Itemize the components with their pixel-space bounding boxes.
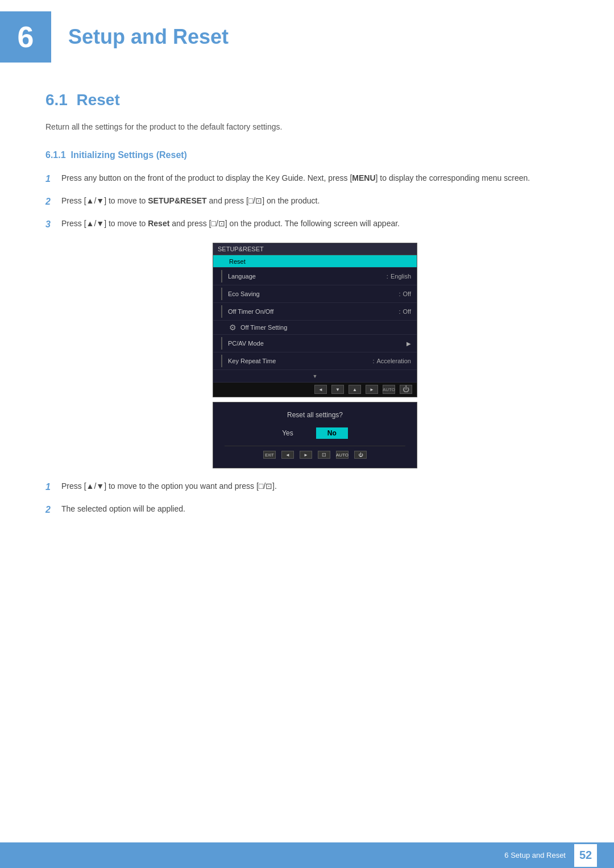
osd-row-off-timer-setting: ⚙ Off Timer Setting [213, 321, 417, 335]
osd-value-key-repeat: Acceleration [376, 358, 411, 364]
menu-screenshot-area: SETUP&RESET Reset Language : English Eco… [61, 243, 569, 468]
step-5-text: The selected option will be applied. [61, 502, 569, 515]
nav-auto-btn: AUTO [383, 385, 395, 394]
step-1-text: Press any button on the front of the pro… [61, 172, 569, 184]
nav-auto-group: AUTO [383, 385, 395, 394]
step-4-text: Press [▲/▼] to move to the option you wa… [61, 480, 569, 492]
reset-dialog-buttons: Yes No [225, 427, 405, 439]
footer-page-number: 52 [574, 844, 597, 867]
nav-left-group: ◄ [314, 385, 327, 394]
page-header: 6 Setup and Reset [0, 0, 614, 74]
dialog-left-item: ◄ [281, 451, 294, 459]
steps-4-5-area: Press [▲/▼] to move to the option you wa… [45, 480, 569, 517]
chapter-title: Setup and Reset [68, 25, 229, 49]
osd-label-language: Language [228, 273, 384, 280]
osd-more-indicator: ▼ [213, 370, 417, 383]
power-btn: ⏻ [400, 385, 412, 394]
dialog-left-btn: ◄ [281, 451, 294, 459]
osd-title-bar: SETUP&RESET [213, 243, 417, 255]
steps-list-4-5: Press [▲/▼] to move to the option you wa… [45, 480, 569, 517]
subsection-title: 6.1.1 Initializing Settings (Reset) [45, 150, 569, 160]
osd-label-eco-saving: Eco Saving [228, 290, 396, 297]
arrow-right-icon: ▶ [406, 340, 411, 347]
osd-label-key-repeat: Key Repeat Time [228, 358, 370, 364]
nav-right-btn: ► [366, 385, 378, 394]
osd-menu: SETUP&RESET Reset Language : English Eco… [213, 243, 417, 397]
osd-row-reset: Reset [213, 255, 417, 268]
osd-label-off-timer-onoff: Off Timer On/Off [228, 308, 396, 315]
osd-value-language: English [391, 273, 411, 280]
menu-key-label: MENU [352, 173, 375, 182]
step-3-text: Press [▲/▼] to move to Reset and press [… [61, 217, 569, 230]
main-content: 6.1 Reset Return all the settings for th… [0, 91, 614, 574]
setup-reset-key: SETUP&RESET [148, 196, 206, 205]
section-description: Return all the settings for the product … [45, 121, 569, 133]
osd-value-off-timer-onoff: Off [403, 308, 411, 315]
dialog-power-item: ⏻ [354, 451, 367, 459]
nav-up-btn: ▲ [349, 385, 361, 394]
nav-right-group: ► [366, 385, 378, 394]
chapter-number: 6 [18, 22, 34, 52]
nav-down-btn: ▼ [331, 385, 344, 394]
osd-value-eco-saving: Off [403, 290, 411, 297]
gear-icon: ⚙ [228, 323, 237, 332]
osd-label-pcav-mode: PC/AV Mode [228, 340, 404, 347]
osd-label-reset: Reset [229, 258, 411, 265]
menu-container: SETUP&RESET Reset Language : English Eco… [213, 243, 417, 468]
osd-row-language: Language : English [213, 268, 417, 285]
step-item: Press any button on the front of the pro… [45, 172, 569, 186]
osd-row-pcav-mode: PC/AV Mode ▶ [213, 335, 417, 352]
dialog-exit-item: EXIT [263, 451, 276, 459]
nav-down-group: ▼ [331, 385, 344, 394]
chapter-number-box: 6 [0, 11, 51, 63]
osd-row-eco-saving: Eco Saving : Off [213, 285, 417, 303]
dialog-power-btn: ⏻ [354, 451, 367, 459]
reset-dialog-prompt: Reset all settings? [225, 411, 405, 419]
dialog-enter-item: ⊡ [318, 451, 330, 459]
osd-row-off-timer-onoff: Off Timer On/Off : Off [213, 303, 417, 321]
step-item: Press [▲/▼] to move to Reset and press [… [45, 217, 569, 232]
nav-power-group: ⏻ [400, 385, 412, 394]
yes-button: Yes [282, 429, 293, 437]
step-4-item: Press [▲/▼] to move to the option you wa… [45, 480, 569, 495]
dialog-auto-btn: AUTO [336, 451, 349, 459]
dialog-enter-btn: ⊡ [318, 451, 330, 459]
osd-bottom-nav: ◄ ▼ ▲ ► AUTO [213, 383, 417, 397]
page-footer: 6 Setup and Reset 52 [0, 842, 614, 868]
step-item: Press [▲/▼] to move to SETUP&RESET and p… [45, 194, 569, 209]
reset-dialog: Reset all settings? Yes No EXIT ◄ ► [213, 402, 417, 468]
reset-key: Reset [148, 219, 169, 228]
osd-row-key-repeat: Key Repeat Time : Acceleration [213, 352, 417, 370]
nav-left-btn: ◄ [314, 385, 327, 394]
dialog-right-btn: ► [300, 451, 312, 459]
step-2-text: Press [▲/▼] to move to SETUP&RESET and p… [61, 194, 569, 207]
step-5-item: The selected option will be applied. [45, 502, 569, 517]
dialog-bottom-bar: EXIT ◄ ► ⊡ A [225, 446, 405, 459]
osd-label-off-timer-setting: Off Timer Setting [240, 324, 411, 331]
no-button: No [316, 427, 348, 439]
dialog-auto-item: AUTO [336, 451, 349, 459]
dialog-right-item: ► [300, 451, 312, 459]
section-title: 6.1 Reset [45, 91, 569, 109]
dialog-exit-btn: EXIT [263, 451, 276, 459]
steps-list: Press any button on the front of the pro… [45, 172, 569, 231]
nav-up-group: ▲ [349, 385, 361, 394]
footer-text: 6 Setup and Reset [504, 851, 566, 859]
